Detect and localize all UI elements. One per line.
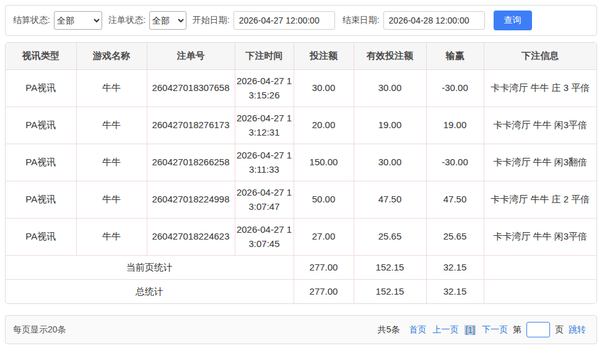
cell-bet-amount: 150.00 bbox=[294, 144, 354, 181]
cell-bet-amount: 50.00 bbox=[294, 181, 354, 218]
cell-bet-amount: 20.00 bbox=[294, 106, 354, 144]
current-page-indicator: [1] bbox=[465, 325, 476, 335]
header-bet-amount: 投注额 bbox=[294, 43, 354, 69]
cell-bet-info: 卡卡湾厅 牛牛 庄 2 平倍 bbox=[484, 181, 596, 218]
cell-valid-bet-amount: 19.00 bbox=[354, 106, 426, 144]
cell-bet-time: 2026-04-27 13:07:47 bbox=[235, 181, 294, 218]
cell-bet-info: 卡卡湾厅 牛牛 闲3平倍 bbox=[484, 106, 596, 144]
cell-video-type: PA视讯 bbox=[6, 106, 76, 144]
table-header-row: 视讯类型游戏名称注单号下注时间投注额有效投注额输赢下注信息 bbox=[6, 43, 596, 69]
cell-valid-bet-amount: 25.65 bbox=[354, 218, 426, 255]
summary-win-loss: 32.15 bbox=[426, 279, 484, 303]
settlement-status-select[interactable]: 全部 bbox=[54, 11, 102, 30]
summary-win-loss: 32.15 bbox=[426, 255, 484, 279]
cell-order-no: 260427018307658 bbox=[147, 69, 235, 106]
page-jump-input[interactable] bbox=[526, 322, 550, 337]
bets-table-panel: 视讯类型游戏名称注单号下注时间投注额有效投注额输赢下注信息 PA视讯牛牛2604… bbox=[5, 42, 597, 304]
total-count-label: 共5条 bbox=[378, 324, 400, 336]
order-status-label: 注单状态: bbox=[108, 15, 146, 26]
cell-order-no: 260427018266258 bbox=[147, 144, 235, 181]
cell-video-type: PA视讯 bbox=[6, 181, 76, 218]
cell-bet-info: 卡卡湾厅 牛牛 闲3平倍 bbox=[484, 218, 596, 255]
header-bet-info: 下注信息 bbox=[484, 43, 596, 69]
cell-game-name: 牛牛 bbox=[76, 181, 147, 218]
filter-bar: 结算状态: 全部 注单状态: 全部 开始日期: 结束日期: 查询 bbox=[5, 5, 597, 36]
summary-bet-amount: 277.00 bbox=[294, 279, 354, 303]
header-game-name: 游戏名称 bbox=[76, 43, 147, 69]
cell-win-loss: -30.00 bbox=[426, 144, 484, 181]
jump-suffix-label: 页 bbox=[555, 324, 564, 336]
cell-win-loss: -30.00 bbox=[426, 69, 484, 106]
table-body: PA视讯牛牛2604270183076582026-04-27 13:15:26… bbox=[6, 69, 596, 303]
end-date-label: 结束日期: bbox=[342, 15, 380, 26]
end-date-input[interactable] bbox=[383, 11, 485, 30]
summary-bet-info bbox=[484, 255, 596, 279]
cell-win-loss: 19.00 bbox=[426, 106, 484, 144]
cell-bet-time: 2026-04-27 13:11:33 bbox=[235, 144, 294, 181]
jump-prefix-label: 第 bbox=[513, 324, 521, 336]
header-order-no: 注单号 bbox=[147, 43, 235, 69]
cell-bet-info: 卡卡湾厅 牛牛 闲3翻倍 bbox=[484, 144, 596, 181]
summary-label: 当前页统计 bbox=[6, 255, 294, 279]
start-date-input[interactable] bbox=[233, 11, 335, 30]
cell-valid-bet-amount: 30.00 bbox=[354, 69, 426, 106]
start-date-label: 开始日期: bbox=[193, 15, 230, 26]
cell-bet-time: 2026-04-27 13:15:26 bbox=[235, 69, 294, 106]
cell-game-name: 牛牛 bbox=[76, 106, 147, 144]
page: 结算状态: 全部 注单状态: 全部 开始日期: 结束日期: 查询 视讯类型游戏名… bbox=[0, 0, 602, 364]
table-row: PA视讯牛牛2604270182249982026-04-27 13:07:47… bbox=[6, 181, 596, 218]
header-bet-time: 下注时间 bbox=[235, 43, 294, 69]
cell-video-type: PA视讯 bbox=[6, 69, 76, 106]
pagination: 共5条 首页 上一页 [1] 下一页 第 页 跳转 bbox=[378, 322, 589, 337]
cell-order-no: 260427018224998 bbox=[147, 181, 235, 218]
cell-win-loss: 25.65 bbox=[426, 218, 484, 255]
header-valid-bet-amount: 有效投注额 bbox=[354, 43, 426, 69]
header-video-type: 视讯类型 bbox=[6, 43, 76, 69]
summary-label: 总统计 bbox=[6, 279, 294, 303]
cell-bet-amount: 30.00 bbox=[294, 69, 354, 106]
table-row: PA视讯牛牛2604270183076582026-04-27 13:15:26… bbox=[6, 69, 596, 106]
settlement-status-label: 结算状态: bbox=[13, 15, 50, 26]
cell-bet-info: 卡卡湾厅 牛牛 庄 3 平倍 bbox=[484, 69, 596, 106]
prev-page-link[interactable]: 上一页 bbox=[432, 324, 458, 336]
cell-order-no: 260427018276173 bbox=[147, 106, 235, 144]
cell-order-no: 260427018224623 bbox=[147, 218, 235, 255]
table-row: PA视讯牛牛2604270182761732026-04-27 13:12:31… bbox=[6, 106, 596, 144]
per-page-label: 每页显示20条 bbox=[13, 324, 66, 336]
first-page-link[interactable]: 首页 bbox=[409, 324, 426, 336]
header-win-loss: 输赢 bbox=[426, 43, 484, 69]
table-row: PA视讯牛牛2604270182246232026-04-27 13:07:45… bbox=[6, 218, 596, 255]
summary-valid-bet-amount: 152.15 bbox=[354, 279, 426, 303]
cell-video-type: PA视讯 bbox=[6, 144, 76, 181]
cell-video-type: PA视讯 bbox=[6, 218, 76, 255]
cell-game-name: 牛牛 bbox=[76, 69, 147, 106]
cell-bet-time: 2026-04-27 13:12:31 bbox=[235, 106, 294, 144]
cell-valid-bet-amount: 47.50 bbox=[354, 181, 426, 218]
cell-bet-amount: 27.00 bbox=[294, 218, 354, 255]
query-button[interactable]: 查询 bbox=[494, 11, 532, 30]
cell-valid-bet-amount: 30.00 bbox=[354, 144, 426, 181]
bets-table: 视讯类型游戏名称注单号下注时间投注额有效投注额输赢下注信息 PA视讯牛牛2604… bbox=[6, 43, 596, 303]
table-row: PA视讯牛牛2604270182662582026-04-27 13:11:33… bbox=[6, 144, 596, 181]
summary-bet-info bbox=[484, 279, 596, 303]
cell-bet-time: 2026-04-27 13:07:45 bbox=[235, 218, 294, 255]
summary-bet-amount: 277.00 bbox=[294, 255, 354, 279]
next-page-link[interactable]: 下一页 bbox=[482, 324, 508, 336]
jump-button[interactable]: 跳转 bbox=[569, 324, 586, 336]
cell-win-loss: 47.50 bbox=[426, 181, 484, 218]
footer-bar: 每页显示20条 共5条 首页 上一页 [1] 下一页 第 页 跳转 bbox=[5, 315, 597, 344]
order-status-select[interactable]: 全部 bbox=[149, 11, 186, 30]
summary-valid-bet-amount: 152.15 bbox=[354, 255, 426, 279]
cell-game-name: 牛牛 bbox=[76, 218, 147, 255]
total-summary-row: 总统计 277.00 152.15 32.15 bbox=[6, 279, 596, 303]
cell-game-name: 牛牛 bbox=[76, 144, 147, 181]
current-page-summary-row: 当前页统计 277.00 152.15 32.15 bbox=[6, 255, 596, 279]
